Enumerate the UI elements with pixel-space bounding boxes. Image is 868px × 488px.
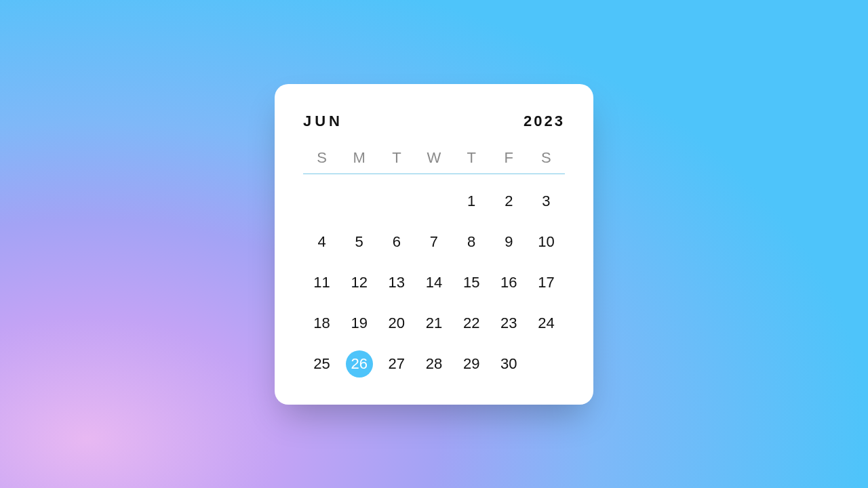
year-label[interactable]: 2023 (524, 113, 565, 130)
calendar-card: JUN 2023 S M T W T F S 12345678910111213… (275, 84, 593, 405)
day-cell-empty (378, 188, 415, 215)
day-cell-28[interactable]: 28 (415, 350, 452, 378)
day-cell-empty (303, 188, 340, 215)
day-cell-21[interactable]: 21 (415, 310, 452, 337)
day-cell-3[interactable]: 3 (528, 188, 565, 215)
day-cell-30[interactable]: 30 (490, 350, 528, 378)
weekday-sun: S (303, 149, 340, 167)
day-cell-19[interactable]: 19 (340, 310, 378, 337)
weekday-fri: F (490, 149, 528, 167)
day-cell-11[interactable]: 11 (303, 269, 340, 296)
day-cell-29[interactable]: 29 (453, 350, 490, 378)
weekday-mon: M (340, 149, 378, 167)
day-cell-8[interactable]: 8 (453, 228, 490, 256)
day-cell-7[interactable]: 7 (415, 228, 452, 256)
weekday-sat: S (528, 149, 565, 167)
day-cell-24[interactable]: 24 (528, 310, 565, 337)
day-cell-6[interactable]: 6 (378, 228, 415, 256)
day-cell-13[interactable]: 13 (378, 269, 415, 296)
day-cell-14[interactable]: 14 (415, 269, 452, 296)
day-cell-23[interactable]: 23 (490, 310, 528, 337)
day-cell-9[interactable]: 9 (490, 228, 528, 256)
day-cell-27[interactable]: 27 (378, 350, 415, 378)
day-cell-22[interactable]: 22 (453, 310, 490, 337)
day-cell-26[interactable]: 26 (340, 350, 378, 378)
weekday-tue: T (378, 149, 415, 167)
month-label[interactable]: JUN (303, 113, 343, 130)
weekday-thu: T (453, 149, 490, 167)
day-cell-10[interactable]: 10 (528, 228, 565, 256)
day-cell-25[interactable]: 25 (303, 350, 340, 378)
weekday-row: S M T W T F S (303, 149, 565, 174)
day-cell-4[interactable]: 4 (303, 228, 340, 256)
day-cell-15[interactable]: 15 (453, 269, 490, 296)
weekday-wed: W (415, 149, 452, 167)
day-cell-empty (415, 188, 452, 215)
day-cell-1[interactable]: 1 (453, 188, 490, 215)
day-cell-20[interactable]: 20 (378, 310, 415, 337)
day-cell-2[interactable]: 2 (490, 188, 528, 215)
day-cell-17[interactable]: 17 (528, 269, 565, 296)
day-cell-12[interactable]: 12 (340, 269, 378, 296)
day-cell-16[interactable]: 16 (490, 269, 528, 296)
day-cell-18[interactable]: 18 (303, 310, 340, 337)
calendar-header: JUN 2023 (303, 113, 565, 130)
day-cell-5[interactable]: 5 (340, 228, 378, 256)
days-grid: 1234567891011121314151617181920212223242… (303, 188, 565, 378)
day-cell-empty (340, 188, 378, 215)
